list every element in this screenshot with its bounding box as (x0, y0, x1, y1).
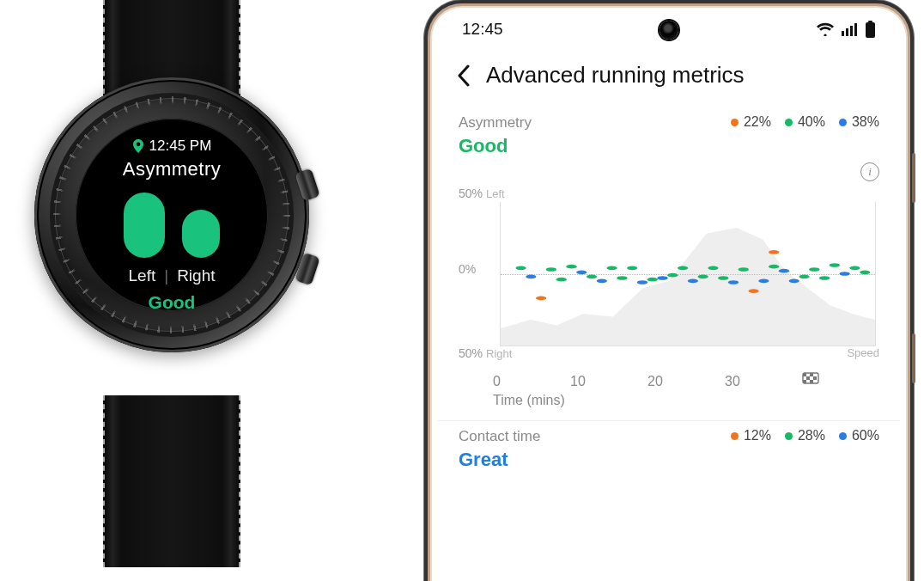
svg-point-7 (546, 267, 556, 272)
svg-point-9 (566, 265, 576, 269)
watch-metric-status: Good (149, 292, 196, 313)
legend-value: 22% (744, 114, 771, 130)
phone-power-button[interactable] (912, 333, 915, 383)
svg-point-27 (860, 270, 870, 274)
smartwatch: 12:45 PM Asymmetry Left | Right Good (9, 0, 335, 567)
scatter-points (501, 202, 875, 346)
contact-label: Contact time (459, 428, 540, 445)
svg-point-28 (526, 275, 536, 279)
left-label: Left (129, 266, 156, 285)
svg-point-39 (536, 297, 546, 301)
watch-time: 12:45 PM (149, 138, 212, 155)
svg-point-17 (698, 275, 708, 279)
speed-axis-label: Speed (847, 346, 879, 359)
right-label: Right (177, 266, 215, 285)
svg-point-14 (647, 278, 658, 282)
legend-value: 60% (852, 428, 879, 443)
watch-case: 12:45 PM Asymmetry Left | Right Good (34, 77, 309, 352)
phone-screen: 12:45 Advanced running metrics (438, 10, 900, 581)
svg-point-24 (819, 276, 830, 280)
svg-point-33 (688, 279, 698, 284)
svg-rect-2 (850, 26, 853, 36)
signal-icon (841, 22, 858, 36)
legend-item: 12% (731, 428, 771, 443)
legend-value: 40% (798, 114, 825, 130)
phone-frame: 12:45 Advanced running metrics (424, 0, 914, 581)
legend-value: 28% (798, 428, 825, 443)
right-foot-icon (182, 210, 220, 258)
front-camera (660, 21, 678, 40)
x-axis: 0 10 20 30 (493, 367, 879, 391)
svg-point-41 (769, 250, 779, 254)
svg-rect-5 (866, 22, 875, 38)
svg-point-22 (799, 275, 809, 279)
watch-screen[interactable]: 12:45 PM Asymmetry Left | Right Good (76, 119, 268, 311)
watch-side-button[interactable] (295, 253, 320, 286)
divider: | (164, 266, 168, 285)
svg-point-6 (515, 266, 526, 270)
legend-item: 60% (839, 428, 879, 443)
asymmetry-feet-graphic (124, 193, 220, 258)
watch-metric-title: Asymmetry (123, 158, 222, 180)
svg-point-26 (849, 266, 860, 270)
legend-dot-icon (785, 432, 793, 440)
svg-point-37 (789, 279, 799, 284)
svg-point-23 (809, 267, 819, 272)
svg-point-13 (627, 266, 637, 270)
page-header: Advanced running metrics (438, 48, 900, 107)
legend-item: 22% (731, 114, 771, 130)
x-axis-title: Time (mins) (493, 391, 879, 408)
svg-point-21 (769, 265, 779, 269)
watch-strap (103, 395, 240, 567)
svg-point-36 (779, 269, 789, 273)
svg-point-32 (657, 276, 667, 280)
svg-point-18 (708, 266, 718, 270)
x-tick: 20 (647, 374, 725, 389)
asymmetry-label: Asymmetry (459, 114, 532, 131)
svg-point-16 (678, 266, 688, 270)
svg-rect-4 (868, 21, 872, 22)
legend-dot-icon (785, 119, 793, 126)
battery-icon (865, 21, 876, 38)
asymmetry-status: Good (459, 135, 532, 157)
watch-status-bar: 12:45 PM (132, 138, 212, 155)
legend-value: 12% (744, 428, 771, 443)
svg-point-20 (739, 267, 749, 272)
chart-plot-area (500, 202, 876, 346)
contact-status: Great (459, 449, 540, 471)
watch-left-right-labels: Left | Right (129, 266, 216, 285)
svg-rect-0 (842, 31, 844, 36)
svg-point-25 (830, 263, 840, 267)
legend-dot-icon (731, 119, 739, 126)
svg-point-10 (587, 275, 597, 279)
back-button[interactable] (457, 64, 471, 87)
wifi-icon (817, 22, 834, 36)
asymmetry-legend: 22% 40% 38% (731, 114, 879, 130)
section-asymmetry: Asymmetry Good 22% 40% 38% i 50%Left 0% … (438, 107, 900, 420)
svg-point-35 (758, 279, 769, 284)
svg-rect-3 (854, 23, 857, 36)
x-tick: 30 (725, 374, 802, 389)
y-axis-label: 50%Left (459, 187, 505, 200)
x-tick: 0 (493, 374, 570, 389)
legend-dot-icon (839, 432, 847, 440)
phone-volume-button[interactable] (912, 153, 915, 203)
legend-item: 40% (785, 114, 825, 130)
watch-crown-button[interactable] (295, 168, 320, 202)
legend-dot-icon (839, 119, 847, 126)
contact-legend: 12% 28% 60% (731, 428, 879, 443)
x-tick: 10 (570, 374, 647, 389)
svg-point-12 (617, 276, 627, 280)
y-axis-label: 0% (459, 262, 476, 276)
svg-point-11 (607, 266, 617, 270)
legend-value: 38% (852, 114, 879, 130)
location-icon (132, 139, 144, 153)
left-foot-icon (124, 193, 165, 258)
finish-flag-icon (802, 372, 879, 391)
legend-item: 28% (785, 428, 825, 443)
legend-item: 38% (839, 114, 879, 130)
svg-point-40 (749, 289, 759, 293)
info-button[interactable]: i (860, 162, 879, 181)
asymmetry-chart[interactable]: 50%Left 0% 50%Right Speed (459, 187, 879, 367)
svg-point-34 (728, 280, 739, 284)
